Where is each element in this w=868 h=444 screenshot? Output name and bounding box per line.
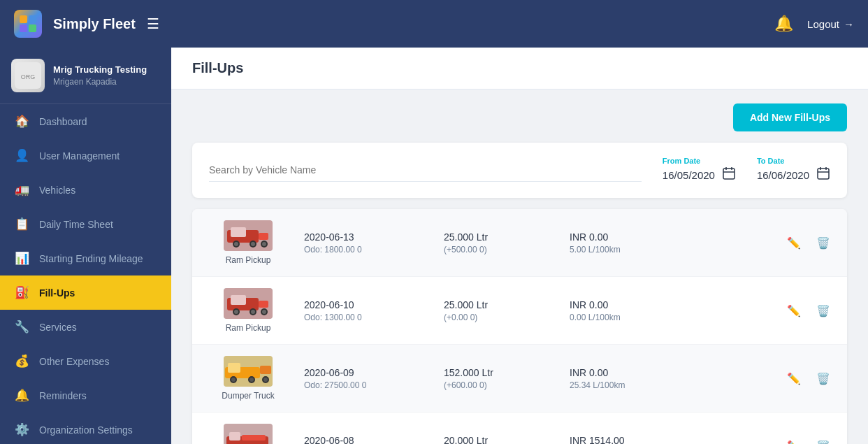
filter-card: From Date 16/05/2020 [192,143,847,198]
to-date-input-row: 16/06/2020 [757,166,830,184]
fuel-change-0: (+500.00 0) [444,245,556,255]
from-date-label: From Date [663,157,736,165]
delete-button-0[interactable]: 🗑️ [813,234,833,252]
date-cell-2: 2020-06-09 Odo: 27500.00 0 [304,367,430,390]
svg-rect-16 [231,227,246,237]
record-odo-1: Odo: 1300.00 0 [304,313,430,322]
search-input[interactable] [209,159,642,182]
record-odo-0: Odo: 1800.00 0 [304,245,430,255]
hamburger-icon[interactable]: ☰ [147,15,159,32]
from-date-calendar-icon[interactable] [722,166,736,184]
table-row: Ram Pickup 2020-06-10 Odo: 1300.00 0 25.… [192,277,847,345]
delete-button-1[interactable]: 🗑️ [813,301,833,320]
svg-rect-36 [228,363,240,373]
svg-rect-26 [231,295,246,305]
edit-button-2[interactable]: ✏️ [784,369,804,388]
content-area: Fill-Ups Add New Fill-Ups From Date 16/0… [171,48,868,444]
logout-button[interactable]: Logout → [807,18,854,30]
to-date-calendar-icon[interactable] [816,166,830,184]
sidebar-label-vehicles: Vehicles [39,185,75,196]
user-management-icon: 👤 [14,148,29,163]
to-date-field: To Date 16/06/2020 [757,157,830,184]
vehicle-thumb-1 [224,288,273,319]
svg-rect-37 [260,366,271,374]
record-odo-2: Odo: 27500.00 0 [304,380,430,390]
svg-rect-2 [20,24,27,32]
cost-efficiency-1: 0.00 L/100km [570,313,770,322]
fuel-amount-0: 25.000 Ltr [444,231,556,243]
svg-point-23 [262,242,266,246]
svg-point-28 [234,310,238,314]
vehicle-cell-1: Ram Pickup [206,288,290,333]
to-date-value: 16/06/2020 [757,169,809,181]
other-expenses-icon: 💰 [14,354,29,368]
svg-point-41 [249,378,254,382]
sidebar-item-services[interactable]: 🔧 Services [0,310,171,344]
edit-button-1[interactable]: ✏️ [784,301,804,320]
add-new-fill-ups-button[interactable]: Add New Fill-Ups [733,103,847,131]
sidebar: ORG Mrig Trucking Testing Mrigaen Kapadi… [0,48,171,444]
sidebar-item-dashboard[interactable]: 🏠 Dashboard [0,104,171,138]
fuel-change-1: (+0.00 0) [444,313,556,322]
bell-icon[interactable]: 🔔 [774,15,793,33]
sidebar-label-dashboard: Dashboard [39,116,87,127]
sidebar-label-reminders: Reminders [39,390,87,401]
fuel-cell-0: 25.000 Ltr (+500.00 0) [444,231,556,255]
cost-cell-3: INR 1514.00 107.30 L/100km [570,435,770,445]
delete-button-3[interactable]: 🗑️ [813,437,833,445]
vehicle-cell-3: Tank [206,424,290,444]
date-cell-0: 2020-06-13 Odo: 1800.00 0 [304,231,430,255]
svg-rect-46 [229,432,240,441]
edit-button-3[interactable]: ✏️ [784,437,804,445]
actions-cell-3: ✏️ 🗑️ [784,437,833,445]
from-date-field: From Date 16/05/2020 [663,157,736,184]
cost-cell-0: INR 0.00 5.00 L/100km [570,231,770,255]
date-cell-3: 2020-06-08 Odo: 50.00 0 [304,435,430,445]
cost-amount-2: INR 0.00 [570,367,770,378]
svg-rect-47 [242,435,266,441]
vehicle-thumb-2 [224,356,273,387]
daily-time-sheet-icon: 📋 [14,217,29,231]
record-date-2: 2020-06-09 [304,367,430,378]
fuel-amount-3: 20.000 Ltr [444,435,556,445]
svg-rect-10 [818,169,829,179]
sidebar-item-reminders[interactable]: 🔔 Reminders [0,378,171,413]
reminders-icon: 🔔 [14,388,29,403]
page-title: Fill-Ups [192,60,847,76]
to-date-label: To Date [757,157,830,165]
vehicle-name-0: Ram Pickup [226,255,271,265]
cost-amount-1: INR 0.00 [570,299,770,310]
svg-point-43 [263,378,268,382]
svg-point-39 [231,378,236,382]
dashboard-icon: 🏠 [14,114,29,129]
org-avatar: ORG [11,59,45,92]
svg-point-20 [251,242,255,246]
org-name: Mrig Trucking Testing [53,64,160,76]
svg-point-30 [251,310,255,314]
sidebar-item-organization-settings[interactable]: ⚙️ Organization Settings [0,413,171,444]
date-cell-1: 2020-06-10 Odo: 1300.00 0 [304,299,430,322]
sidebar-item-vehicles[interactable]: 🚛 Vehicles [0,173,171,207]
svg-rect-31 [259,301,268,308]
sidebar-item-user-management[interactable]: 👤 User Management [0,138,171,173]
logout-icon: → [844,18,854,30]
sidebar-label-mileage: Starting Ending Mileage [39,253,143,264]
sidebar-item-starting-ending-mileage[interactable]: 📊 Starting Ending Mileage [0,241,171,275]
header-left: Simply Fleet ☰ [14,10,159,38]
delete-button-2[interactable]: 🗑️ [813,369,833,388]
cost-amount-3: INR 1514.00 [570,435,770,445]
edit-button-0[interactable]: ✏️ [784,234,804,252]
vehicle-thumb-0 [224,220,273,251]
sidebar-item-daily-time-sheet[interactable]: 📋 Daily Time Sheet [0,207,171,241]
from-date-value: 16/05/2020 [663,169,715,181]
main-layout: ORG Mrig Trucking Testing Mrigaen Kapadi… [0,48,868,444]
content-body: Add New Fill-Ups From Date 16/05/2020 [171,89,868,444]
actions-cell-0: ✏️ 🗑️ [784,234,833,252]
add-btn-row: Add New Fill-Ups [192,103,847,131]
cost-efficiency-2: 25.34 L/100km [570,380,770,390]
sidebar-nav: 🏠 Dashboard 👤 User Management 🚛 Vehicles… [0,104,171,444]
sidebar-item-fill-ups[interactable]: ⛽ Fill-Ups [0,275,171,310]
cost-cell-1: INR 0.00 0.00 L/100km [570,299,770,322]
svg-point-18 [234,242,238,246]
sidebar-item-other-expenses[interactable]: 💰 Other Expenses [0,344,171,378]
